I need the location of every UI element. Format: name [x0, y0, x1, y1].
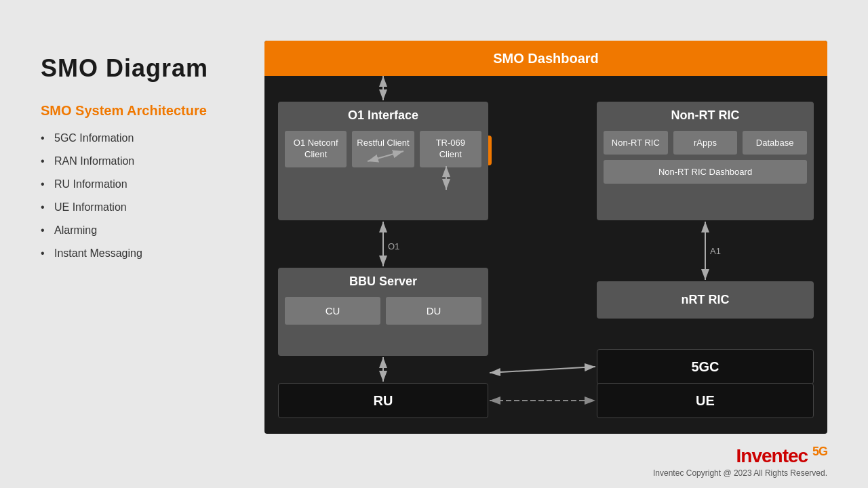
bullet-list: 5GC Information RAN Information RU Infor…: [41, 132, 258, 260]
inventec-logo: Inventec 5G: [653, 445, 827, 467]
list-item-alarming: Alarming: [41, 224, 258, 237]
footer: Inventec 5G Inventec Copyright @ 2023 Al…: [653, 445, 827, 478]
left-panel: SMO Diagram SMO System Architecture 5GC …: [41, 54, 258, 270]
bbu-sub-boxes: CU DU: [278, 297, 488, 325]
bbu-server-box: BBU Server CU DU: [278, 268, 488, 356]
non-rt-ric-sub-boxes: Non-RT RIC rApps Database: [597, 131, 814, 155]
list-item-ru: RU Information: [41, 178, 258, 190]
list-item-ran: RAN Information: [41, 155, 258, 167]
section-title: SMO System Architecture: [41, 103, 258, 119]
list-item-ue: UE Information: [41, 201, 258, 214]
smo-dashboard-header: SMO Dashboard: [264, 41, 827, 76]
non-rt-ric-title: Non-RT RIC: [597, 102, 814, 128]
o1-restful-client: Restful Client: [352, 131, 414, 167]
fivegc-label: 5GC: [691, 359, 719, 375]
fivegc-box: 5GC: [597, 349, 814, 384]
du-sub: DU: [386, 297, 481, 325]
ru-label: RU: [374, 393, 393, 409]
smo-dashboard-label: SMO Dashboard: [493, 51, 599, 66]
page-title: SMO Diagram: [41, 54, 258, 83]
non-rt-ric-box: Non-RT RIC Non-RT RIC rApps Database Non…: [597, 102, 814, 220]
cu-sub: CU: [285, 297, 380, 325]
o1-netconf-client: O1 Netconf Client: [285, 131, 347, 167]
copyright-text: Inventec Copyright @ 2023 All Rights Res…: [653, 468, 827, 478]
svg-line-21: [490, 367, 595, 373]
rapps-sub: rApps: [673, 131, 738, 155]
o1-tr069-client: TR-069 Client: [420, 131, 481, 167]
non-rt-ric-dashboard: Non-RT RIC Dashboard: [604, 160, 807, 184]
logo-suffix: 5G: [812, 445, 827, 458]
ue-box: UE: [597, 383, 814, 418]
list-item-5gc: 5GC Information: [41, 132, 258, 144]
svg-text:A1: A1: [710, 246, 721, 256]
svg-text:O1: O1: [388, 241, 399, 251]
list-item-messaging: Instant Messaging: [41, 247, 258, 260]
ue-label: UE: [696, 393, 715, 409]
o1-interface-title: O1 Interface: [278, 102, 488, 128]
bbu-server-title: BBU Server: [278, 268, 488, 294]
o1-interface-box: O1 Interface O1 Netconf Client Restful C…: [278, 102, 488, 220]
non-rt-ric-sub: Non-RT RIC: [604, 131, 668, 155]
diagram-container: SMO Dashboard Inventec 5G Controller O1 …: [264, 41, 827, 434]
database-sub: Database: [743, 131, 807, 155]
nrt-ric-label: nRT RIC: [682, 293, 730, 307]
logo-text: Inventec: [736, 445, 808, 466]
o1-sub-boxes: O1 Netconf Client Restful Client TR-069 …: [278, 131, 488, 167]
nrt-ric-box: nRT RIC: [597, 281, 814, 319]
ru-box: RU: [278, 383, 488, 418]
